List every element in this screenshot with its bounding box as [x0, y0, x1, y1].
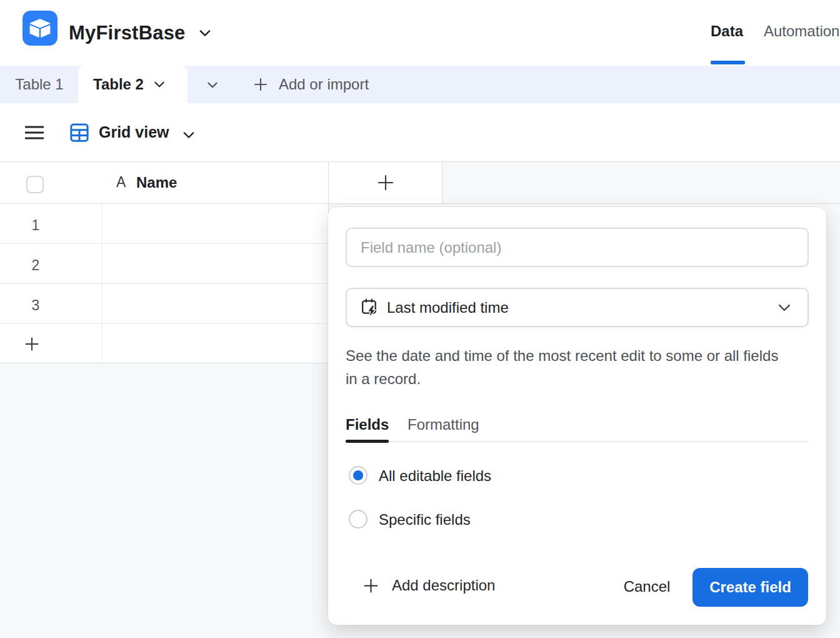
rows-bottom-border: [0, 363, 328, 363]
base-title: MyFirstBase: [69, 0, 186, 66]
row-divider: [0, 323, 328, 324]
row-divider: [0, 283, 328, 284]
column-header-name[interactable]: Name: [136, 161, 177, 203]
add-field-button[interactable]: [371, 169, 400, 196]
field-type-description: See the date and time of the most recent…: [346, 344, 787, 390]
row-number[interactable]: 3: [25, 297, 46, 314]
grid-view-icon: [70, 123, 89, 142]
tab-table-1[interactable]: Table 1: [0, 66, 79, 103]
add-or-import-button[interactable]: Add or import: [252, 66, 369, 103]
radio-specific-fields[interactable]: [349, 510, 368, 529]
cancel-button[interactable]: Cancel: [608, 568, 686, 605]
field-name-input[interactable]: [346, 228, 809, 267]
base-menu-chevron-down-icon[interactable]: [198, 26, 212, 41]
row-divider: [0, 243, 328, 244]
active-tab-underline: [711, 61, 745, 64]
dialog-tab-fields[interactable]: Fields: [346, 416, 389, 433]
create-field-button[interactable]: Create field: [692, 568, 808, 607]
radio-specific-fields-label[interactable]: Specific fields: [379, 511, 471, 529]
field-type-label: Last modified time: [387, 299, 509, 316]
dialog-tabs-divider: [346, 441, 809, 442]
table-menu-chevron-down-icon[interactable]: [152, 78, 166, 91]
row-number[interactable]: 2: [25, 257, 46, 274]
table-list-chevron-down-icon[interactable]: [202, 78, 223, 92]
add-description-button[interactable]: Add description: [362, 577, 495, 594]
airtable-logo-icon[interactable]: [22, 11, 58, 46]
single-line-text-field-icon: A: [116, 161, 126, 203]
app-header: MyFirstBase Data Automations: [0, 0, 840, 66]
view-chevron-down-icon[interactable]: [181, 128, 196, 143]
tab-automations[interactable]: Automations: [764, 0, 840, 63]
plus-icon: [362, 577, 379, 594]
select-all-checkbox[interactable]: [26, 176, 44, 193]
add-or-import-label: Add or import: [279, 76, 369, 93]
radio-all-editable-fields[interactable]: [349, 466, 368, 485]
plus-icon: [252, 76, 269, 93]
dialog-active-tab-underline: [346, 440, 389, 443]
addfield-column-right-border: [442, 161, 442, 203]
calendar-bolt-icon: [361, 298, 378, 318]
grid-top-border: [0, 161, 840, 162]
row-number[interactable]: 1: [25, 217, 46, 234]
header-bottom-border: [0, 203, 840, 204]
tab-table-2[interactable]: Table 2: [78, 66, 188, 103]
create-field-dialog: Last modified time See the date and time…: [328, 207, 826, 625]
view-sidebar-toggle-icon[interactable]: [25, 125, 44, 140]
radio-all-editable-fields-label[interactable]: All editable fields: [379, 467, 491, 485]
field-type-select[interactable]: Last modified time: [346, 288, 809, 327]
tab-table-2-label: Table 2: [93, 76, 144, 93]
tab-data[interactable]: Data: [711, 0, 743, 63]
view-name[interactable]: Grid view: [99, 103, 169, 161]
add-row-button[interactable]: [24, 334, 46, 354]
field-type-chevron-down-icon: [776, 300, 792, 316]
add-description-label: Add description: [392, 577, 495, 594]
dialog-tab-formatting[interactable]: Formatting: [408, 416, 479, 433]
